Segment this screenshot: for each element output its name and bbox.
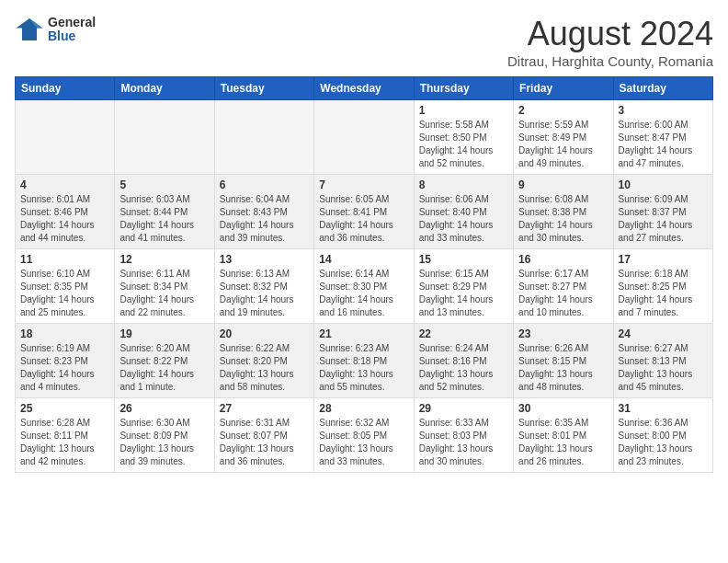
day-number: 22 xyxy=(419,327,508,340)
calendar-cell: 15Sunrise: 6:15 AM Sunset: 8:29 PM Dayli… xyxy=(414,249,513,324)
calendar-week-row: 11Sunrise: 6:10 AM Sunset: 8:35 PM Dayli… xyxy=(16,249,713,324)
calendar-cell: 25Sunrise: 6:28 AM Sunset: 8:11 PM Dayli… xyxy=(16,398,115,473)
day-info: Sunrise: 6:17 AM Sunset: 8:27 PM Dayligh… xyxy=(518,268,608,319)
day-number: 25 xyxy=(20,402,109,415)
header: General Blue August 2024 Ditrau, Harghit… xyxy=(15,15,713,69)
weekday-header-wednesday: Wednesday xyxy=(314,77,414,100)
calendar-cell: 30Sunrise: 6:35 AM Sunset: 8:01 PM Dayli… xyxy=(514,398,613,473)
calendar-cell: 10Sunrise: 6:09 AM Sunset: 8:37 PM Dayli… xyxy=(613,175,712,249)
day-number: 3 xyxy=(619,104,708,117)
day-number: 27 xyxy=(220,402,309,415)
calendar-cell: 26Sunrise: 6:30 AM Sunset: 8:09 PM Dayli… xyxy=(115,398,214,473)
calendar-cell: 24Sunrise: 6:27 AM Sunset: 8:13 PM Dayli… xyxy=(613,324,712,398)
calendar-cell: 16Sunrise: 6:17 AM Sunset: 8:27 PM Dayli… xyxy=(514,249,613,324)
day-number: 20 xyxy=(220,327,309,340)
calendar-cell: 14Sunrise: 6:14 AM Sunset: 8:30 PM Dayli… xyxy=(314,249,414,324)
day-number: 8 xyxy=(419,178,508,191)
day-info: Sunrise: 6:05 AM Sunset: 8:41 PM Dayligh… xyxy=(319,193,408,245)
day-number: 29 xyxy=(419,402,508,415)
calendar-cell: 27Sunrise: 6:31 AM Sunset: 8:07 PM Dayli… xyxy=(214,398,313,473)
calendar-cell xyxy=(214,100,313,175)
svg-marker-0 xyxy=(17,18,43,40)
calendar-cell: 20Sunrise: 6:22 AM Sunset: 8:20 PM Dayli… xyxy=(214,324,313,398)
day-info: Sunrise: 6:03 AM Sunset: 8:44 PM Dayligh… xyxy=(119,193,209,245)
day-info: Sunrise: 6:18 AM Sunset: 8:25 PM Dayligh… xyxy=(619,268,708,319)
day-info: Sunrise: 6:36 AM Sunset: 8:00 PM Dayligh… xyxy=(619,417,708,468)
day-number: 10 xyxy=(619,178,708,191)
day-info: Sunrise: 6:04 AM Sunset: 8:43 PM Dayligh… xyxy=(220,193,309,245)
calendar-cell: 7Sunrise: 6:05 AM Sunset: 8:41 PM Daylig… xyxy=(314,175,414,249)
day-info: Sunrise: 6:35 AM Sunset: 8:01 PM Dayligh… xyxy=(518,417,608,468)
calendar-cell: 11Sunrise: 6:10 AM Sunset: 8:35 PM Dayli… xyxy=(16,249,115,324)
day-info: Sunrise: 6:09 AM Sunset: 8:37 PM Dayligh… xyxy=(619,193,708,245)
day-number: 4 xyxy=(20,178,109,191)
day-info: Sunrise: 6:27 AM Sunset: 8:13 PM Dayligh… xyxy=(619,342,708,394)
location-subtitle: Ditrau, Harghita County, Romania xyxy=(507,53,713,69)
weekday-header-thursday: Thursday xyxy=(414,77,513,100)
day-number: 7 xyxy=(319,178,408,191)
day-number: 21 xyxy=(319,327,408,340)
day-number: 13 xyxy=(220,253,309,266)
day-info: Sunrise: 6:26 AM Sunset: 8:15 PM Dayligh… xyxy=(518,342,608,394)
calendar-cell: 28Sunrise: 6:32 AM Sunset: 8:05 PM Dayli… xyxy=(314,398,414,473)
day-number: 17 xyxy=(619,253,708,266)
day-info: Sunrise: 6:32 AM Sunset: 8:05 PM Dayligh… xyxy=(319,417,408,468)
day-number: 30 xyxy=(518,402,608,415)
calendar-week-row: 18Sunrise: 6:19 AM Sunset: 8:23 PM Dayli… xyxy=(16,324,713,398)
month-year-title: August 2024 xyxy=(507,15,713,53)
day-number: 19 xyxy=(119,327,209,340)
calendar-cell: 19Sunrise: 6:20 AM Sunset: 8:22 PM Dayli… xyxy=(115,324,214,398)
calendar-cell xyxy=(314,100,414,175)
calendar-cell: 18Sunrise: 6:19 AM Sunset: 8:23 PM Dayli… xyxy=(16,324,115,398)
weekday-header-monday: Monday xyxy=(115,77,214,100)
calendar-week-row: 4Sunrise: 6:01 AM Sunset: 8:46 PM Daylig… xyxy=(16,175,713,249)
day-number: 26 xyxy=(119,402,209,415)
day-number: 31 xyxy=(619,402,708,415)
calendar-cell: 22Sunrise: 6:24 AM Sunset: 8:16 PM Dayli… xyxy=(414,324,513,398)
day-number: 12 xyxy=(119,253,209,266)
day-info: Sunrise: 6:22 AM Sunset: 8:20 PM Dayligh… xyxy=(220,342,309,394)
calendar-cell: 6Sunrise: 6:04 AM Sunset: 8:43 PM Daylig… xyxy=(214,175,313,249)
day-info: Sunrise: 6:15 AM Sunset: 8:29 PM Dayligh… xyxy=(419,268,508,319)
day-info: Sunrise: 6:20 AM Sunset: 8:22 PM Dayligh… xyxy=(119,342,209,394)
day-info: Sunrise: 6:13 AM Sunset: 8:32 PM Dayligh… xyxy=(220,268,309,319)
day-info: Sunrise: 6:00 AM Sunset: 8:47 PM Dayligh… xyxy=(619,119,708,170)
logo-general-text: General xyxy=(48,16,96,29)
day-info: Sunrise: 6:14 AM Sunset: 8:30 PM Dayligh… xyxy=(319,268,408,319)
day-number: 28 xyxy=(319,402,408,415)
calendar-week-row: 1Sunrise: 5:58 AM Sunset: 8:50 PM Daylig… xyxy=(16,100,713,175)
calendar-cell xyxy=(16,100,115,175)
day-info: Sunrise: 5:58 AM Sunset: 8:50 PM Dayligh… xyxy=(419,119,508,170)
logo-blue-text: Blue xyxy=(48,29,96,43)
day-number: 5 xyxy=(119,178,209,191)
day-number: 18 xyxy=(20,327,109,340)
logo[interactable]: General Blue xyxy=(15,15,96,44)
day-number: 23 xyxy=(518,327,608,340)
calendar-cell: 1Sunrise: 5:58 AM Sunset: 8:50 PM Daylig… xyxy=(414,100,513,175)
calendar-cell: 12Sunrise: 6:11 AM Sunset: 8:34 PM Dayli… xyxy=(115,249,214,324)
weekday-header-row: SundayMondayTuesdayWednesdayThursdayFrid… xyxy=(16,77,713,100)
day-info: Sunrise: 6:23 AM Sunset: 8:18 PM Dayligh… xyxy=(319,342,408,394)
day-info: Sunrise: 6:28 AM Sunset: 8:11 PM Dayligh… xyxy=(20,417,109,468)
day-info: Sunrise: 6:31 AM Sunset: 8:07 PM Dayligh… xyxy=(220,417,309,468)
calendar-cell: 4Sunrise: 6:01 AM Sunset: 8:46 PM Daylig… xyxy=(16,175,115,249)
calendar-cell: 29Sunrise: 6:33 AM Sunset: 8:03 PM Dayli… xyxy=(414,398,513,473)
day-info: Sunrise: 6:24 AM Sunset: 8:16 PM Dayligh… xyxy=(419,342,508,394)
calendar-cell: 9Sunrise: 6:08 AM Sunset: 8:38 PM Daylig… xyxy=(514,175,613,249)
weekday-header-friday: Friday xyxy=(514,77,613,100)
day-number: 16 xyxy=(518,253,608,266)
title-section: August 2024 Ditrau, Harghita County, Rom… xyxy=(507,15,713,69)
calendar-cell: 21Sunrise: 6:23 AM Sunset: 8:18 PM Dayli… xyxy=(314,324,414,398)
day-info: Sunrise: 6:06 AM Sunset: 8:40 PM Dayligh… xyxy=(419,193,508,245)
day-info: Sunrise: 6:08 AM Sunset: 8:38 PM Dayligh… xyxy=(518,193,608,245)
weekday-header-saturday: Saturday xyxy=(613,77,712,100)
day-info: Sunrise: 6:30 AM Sunset: 8:09 PM Dayligh… xyxy=(119,417,209,468)
day-info: Sunrise: 5:59 AM Sunset: 8:49 PM Dayligh… xyxy=(518,119,608,170)
day-info: Sunrise: 6:10 AM Sunset: 8:35 PM Dayligh… xyxy=(20,268,109,319)
day-number: 15 xyxy=(419,253,508,266)
day-info: Sunrise: 6:11 AM Sunset: 8:34 PM Dayligh… xyxy=(119,268,209,319)
logo-icon xyxy=(15,15,44,44)
calendar-cell: 8Sunrise: 6:06 AM Sunset: 8:40 PM Daylig… xyxy=(414,175,513,249)
day-info: Sunrise: 6:01 AM Sunset: 8:46 PM Dayligh… xyxy=(20,193,109,245)
day-number: 1 xyxy=(419,104,508,117)
